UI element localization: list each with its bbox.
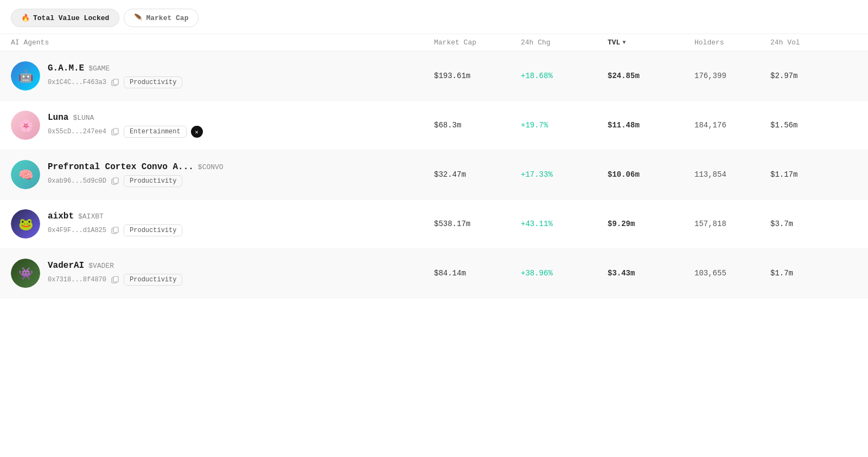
svg-rect-7: [113, 128, 118, 134]
copy-icon[interactable]: [111, 127, 119, 136]
svg-rect-19: [113, 276, 118, 282]
agent-meta: 0x4F9F...d1A825 Productivity: [48, 224, 182, 236]
tvl-label: Total Value Locked: [33, 14, 109, 22]
change-24h-value: +43.11%: [521, 220, 608, 228]
tvl-value: $3.43m: [608, 269, 694, 278]
market-cap-button[interactable]: 🪶 Market Cap: [124, 9, 199, 27]
col-header-holders: Holders: [694, 38, 770, 47]
col-header-market-cap: Market Cap: [434, 38, 521, 47]
table-row[interactable]: 🤖 G.A.M.E $GAME 0x1C4C...F463a3 Producti: [0, 52, 868, 101]
agent-meta: 0x1C4C...F463a3 Productivity: [48, 76, 182, 88]
vol-24h-value: $1.17m: [770, 170, 857, 179]
table-row[interactable]: 🐸 aixbt $AIXBT 0x4F9F...d1A825 Productiv: [0, 199, 868, 249]
social-x-icon[interactable]: ✕: [191, 126, 203, 138]
copy-icon[interactable]: [111, 275, 119, 284]
vol-24h-value: $2.97m: [770, 72, 857, 80]
agent-name: Luna: [48, 113, 68, 123]
table-row[interactable]: 👾 VaderAI $VADER 0x7318...8f4870 Product: [0, 249, 868, 298]
market-cap-value: $84.14m: [434, 269, 521, 278]
agent-info: 🧠 Prefrontal Cortex Convo A... $CONVO 0x…: [11, 160, 434, 189]
table-row[interactable]: 🧠 Prefrontal Cortex Convo A... $CONVO 0x…: [0, 150, 868, 199]
change-24h-value: +19.7%: [521, 121, 608, 130]
copy-icon[interactable]: [111, 177, 119, 185]
agent-name-row: Luna $LUNA: [48, 113, 203, 123]
col-header-24h-vol: 24h Vol: [770, 38, 857, 47]
svg-text:🌸: 🌸: [18, 118, 34, 133]
agent-name: G.A.M.E: [48, 63, 84, 73]
agent-ticker: $LUNA: [73, 114, 94, 122]
holders-value: 103,655: [694, 269, 770, 278]
avatar: 🤖: [11, 61, 40, 91]
fire-icon: 🔥: [21, 14, 30, 22]
svg-rect-15: [113, 227, 118, 233]
holders-value: 176,399: [694, 72, 770, 80]
copy-icon[interactable]: [111, 78, 119, 87]
copy-icon[interactable]: [111, 226, 119, 235]
top-bar: 🔥 Total Value Locked 🪶 Market Cap: [0, 0, 868, 34]
agent-name-row: Prefrontal Cortex Convo A... $CONVO: [48, 162, 224, 172]
svg-rect-11: [113, 178, 118, 183]
agent-info: 👾 VaderAI $VADER 0x7318...8f4870 Product: [11, 259, 434, 288]
svg-text:👾: 👾: [18, 266, 34, 281]
agent-meta: 0x55cD...247ee4 Entertainment ✕: [48, 126, 203, 138]
holders-value: 157,818: [694, 220, 770, 228]
market-cap-label: Market Cap: [146, 14, 188, 22]
agent-meta: 0xab96...5d9c0D Productivity: [48, 175, 224, 187]
agent-name-row: VaderAI $VADER: [48, 261, 182, 271]
agent-address: 0x1C4C...F463a3: [48, 79, 106, 86]
avatar: 👾: [11, 259, 40, 288]
tvl-value: $24.85m: [608, 72, 694, 80]
category-tag: Entertainment: [124, 126, 187, 138]
agent-details: aixbt $AIXBT 0x4F9F...d1A825 Productivit…: [48, 211, 182, 236]
vol-24h-value: $3.7m: [770, 220, 857, 228]
agent-ticker: $AIXBT: [78, 213, 104, 221]
agent-address: 0x7318...8f4870: [48, 276, 106, 284]
change-24h-value: +17.33%: [521, 170, 608, 179]
agent-details: Prefrontal Cortex Convo A... $CONVO 0xab…: [48, 162, 224, 187]
agent-address: 0x4F9F...d1A825: [48, 227, 106, 234]
agent-name-row: aixbt $AIXBT: [48, 211, 182, 221]
agent-name-row: G.A.M.E $GAME: [48, 63, 182, 73]
table-row[interactable]: 🌸 Luna $LUNA 0x55cD...247ee4 Entertainme: [0, 101, 868, 150]
agent-name: aixbt: [48, 211, 74, 221]
agent-details: Luna $LUNA 0x55cD...247ee4 Entertainment…: [48, 113, 203, 138]
col-header-agents: AI Agents: [11, 38, 434, 47]
market-cap-value: $32.47m: [434, 170, 521, 179]
agent-ticker: $CONVO: [198, 163, 224, 171]
feather-icon: 🪶: [134, 14, 143, 22]
category-tag: Productivity: [124, 274, 182, 286]
agent-ticker: $VADER: [88, 262, 114, 270]
market-cap-value: $193.61m: [434, 72, 521, 80]
agent-details: VaderAI $VADER 0x7318...8f4870 Productiv…: [48, 261, 182, 286]
category-tag: Productivity: [124, 76, 182, 88]
table-header: AI Agents Market Cap 24h Chg TVL ▼ Holde…: [0, 34, 868, 52]
tvl-value: $9.29m: [608, 220, 694, 228]
agent-details: G.A.M.E $GAME 0x1C4C...F463a3 Productivi…: [48, 63, 182, 88]
holders-value: 184,176: [694, 121, 770, 130]
table-body: 🤖 G.A.M.E $GAME 0x1C4C...F463a3 Producti: [0, 52, 868, 298]
tvl-value: $10.06m: [608, 170, 694, 179]
tvl-value: $11.48m: [608, 121, 694, 130]
holders-value: 113,854: [694, 170, 770, 179]
vol-24h-value: $1.7m: [770, 269, 857, 278]
agent-address: 0x55cD...247ee4: [48, 128, 106, 136]
category-tag: Productivity: [124, 224, 182, 236]
col-header-tvl[interactable]: TVL ▼: [608, 38, 694, 47]
agent-meta: 0x7318...8f4870 Productivity: [48, 274, 182, 286]
market-cap-value: $538.17m: [434, 220, 521, 228]
change-24h-value: +18.68%: [521, 72, 608, 80]
avatar: 🌸: [11, 111, 40, 140]
agent-info: 🌸 Luna $LUNA 0x55cD...247ee4 Entertainme: [11, 111, 434, 140]
category-tag: Productivity: [124, 175, 182, 187]
agent-info: 🤖 G.A.M.E $GAME 0x1C4C...F463a3 Producti: [11, 61, 434, 91]
avatar: 🧠: [11, 160, 40, 189]
agent-address: 0xab96...5d9c0D: [48, 177, 106, 185]
agent-ticker: $GAME: [88, 65, 110, 73]
svg-text:🤖: 🤖: [18, 69, 34, 84]
tvl-button[interactable]: 🔥 Total Value Locked: [11, 9, 119, 27]
svg-rect-3: [113, 79, 118, 85]
avatar: 🐸: [11, 209, 40, 239]
svg-text:🐸: 🐸: [18, 217, 34, 232]
change-24h-value: +38.96%: [521, 269, 608, 278]
market-cap-value: $68.3m: [434, 121, 521, 130]
